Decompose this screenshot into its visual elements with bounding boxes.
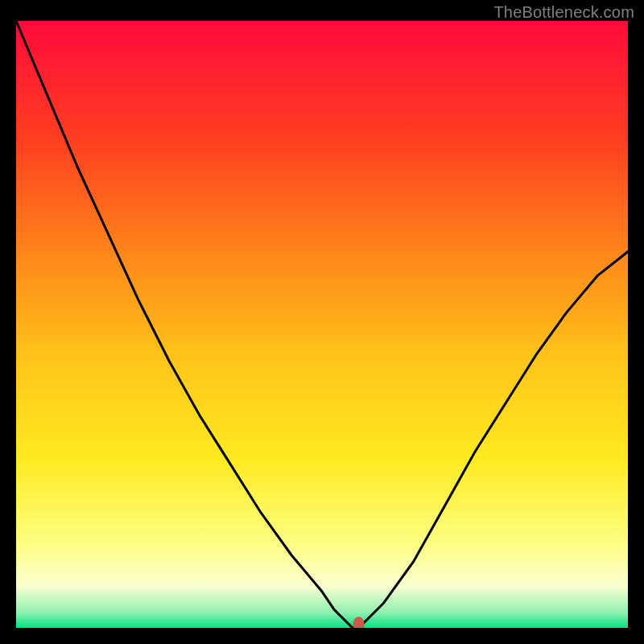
chart-frame: TheBottleneck.com	[0, 0, 644, 644]
gradient-background	[16, 21, 628, 628]
watermark-label: TheBottleneck.com	[493, 3, 634, 22]
plot-area	[16, 21, 628, 628]
chart-svg	[16, 21, 628, 628]
